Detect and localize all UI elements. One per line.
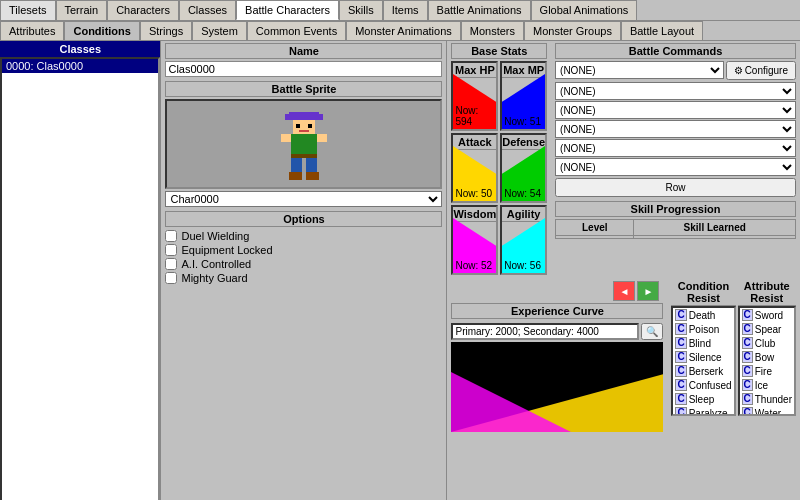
command-select-3[interactable]: (NONE) (555, 101, 796, 119)
resist-c-icon-2[interactable]: C (675, 323, 686, 335)
attr-c-icon-6[interactable]: C (742, 379, 753, 391)
resist-item-poison: C Poison (673, 322, 733, 336)
tab-classes[interactable]: Classes (179, 0, 236, 20)
nav-forward-button[interactable]: ► (637, 281, 659, 301)
gear-icon: ⚙ (734, 65, 743, 76)
attr-c-icon-4[interactable]: C (742, 351, 753, 363)
option-equipment-locked: Equipment Locked (165, 243, 442, 257)
tab-common-events[interactable]: Common Events (247, 21, 346, 40)
char-select[interactable]: Char0000 (165, 191, 442, 207)
tab-conditions[interactable]: Conditions (64, 21, 139, 40)
options-section: Options Duel Wielding Equipment Locked A… (161, 209, 446, 287)
tab-characters[interactable]: Characters (107, 0, 179, 20)
resist-c-icon-3[interactable]: C (675, 337, 686, 349)
command-select-4[interactable]: (NONE) (555, 120, 796, 138)
resist-c-icon-4[interactable]: C (675, 351, 686, 363)
exp-search-button[interactable]: 🔍 (641, 323, 663, 340)
tab-monster-animations[interactable]: Monster Animations (346, 21, 461, 40)
resist-paralyze-label: Paralyze (689, 408, 728, 417)
exp-curve-area: ◄ ► Experience Curve 🔍 (447, 277, 667, 500)
attr-ice-label: Ice (755, 380, 768, 391)
tab-monsters[interactable]: Monsters (461, 21, 524, 40)
attr-resist-item-fire: C Fire (740, 364, 794, 378)
attr-c-icon-7[interactable]: C (742, 393, 753, 405)
tab-system[interactable]: System (192, 21, 247, 40)
right-panel: Base Stats Max HP Now: 594 Max MP Now: 5… (447, 41, 800, 500)
attr-c-icon-1[interactable]: C (742, 309, 753, 321)
tab-items[interactable]: Items (383, 0, 428, 20)
option-mighty-guard: Mighty Guard (165, 271, 442, 285)
resist-c-icon-7[interactable]: C (675, 393, 686, 405)
checkbox-equipment-locked[interactable] (165, 244, 177, 256)
attr-thunder-label: Thunder (755, 394, 792, 405)
resist-c-icon-8[interactable]: C (675, 407, 686, 416)
tab-battle-animations[interactable]: Battle Animations (428, 0, 531, 20)
stat-attack: Attack Now: 50 (451, 133, 498, 203)
svg-rect-8 (281, 134, 291, 142)
attr-bow-label: Bow (755, 352, 774, 363)
tab-global-animations[interactable]: Global Animations (531, 0, 638, 20)
tab-tilesets[interactable]: Tilesets (0, 0, 56, 20)
attr-c-icon-8[interactable]: C (742, 407, 753, 416)
tab-strings[interactable]: Strings (140, 21, 192, 40)
command-select-5[interactable]: (NONE) (555, 139, 796, 157)
svg-rect-3 (285, 114, 291, 120)
class-item[interactable]: 0000: Clas0000 (2, 59, 158, 73)
tab-attributes[interactable]: Attributes (0, 21, 64, 40)
attribute-resist-header: Attribute Resist (738, 279, 796, 306)
stat-maxhp: Max HP Now: 594 (451, 61, 498, 131)
command-select-1[interactable]: (NONE) (555, 61, 724, 79)
stat-wisdom: Wisdom Now: 52 (451, 205, 498, 275)
option-label-mighty-guard: Mighty Guard (181, 272, 247, 284)
stat-maxmp: Max MP Now: 51 (500, 61, 547, 131)
attr-c-icon-3[interactable]: C (742, 337, 753, 349)
exp-input-row: 🔍 (451, 323, 663, 340)
resist-silence-label: Silence (689, 352, 722, 363)
tab-battle-characters[interactable]: Battle Characters (236, 0, 339, 20)
tab-bar-2: Attributes Conditions Strings System Com… (0, 21, 800, 41)
attr-resist-item-water: C Water (740, 406, 794, 416)
command-row-1: (NONE) ⚙ Configure (555, 61, 796, 80)
svg-rect-9 (317, 134, 327, 142)
skill-progression-header: Skill Progression (555, 201, 796, 217)
resist-c-icon[interactable]: C (675, 309, 686, 321)
stats-grid: Max HP Now: 594 Max MP Now: 51 Attack (451, 61, 547, 275)
attr-resist-item-sword: C Sword (740, 308, 794, 322)
resist-c-icon-6[interactable]: C (675, 379, 686, 391)
resist-c-icon-5[interactable]: C (675, 365, 686, 377)
row-button[interactable]: Row (555, 178, 796, 197)
attr-fire-label: Fire (755, 366, 772, 377)
option-label-duel-wielding: Duel Wielding (181, 230, 249, 242)
tab-terrain[interactable]: Terrain (56, 0, 108, 20)
left-panel: Classes 0000: Clas0000 (0, 41, 161, 500)
tab-monster-groups[interactable]: Monster Groups (524, 21, 621, 40)
resist-item-death: C Death (673, 308, 733, 322)
base-stats-area: Base Stats Max HP Now: 594 Max MP Now: 5… (447, 41, 551, 277)
main-content: Classes 0000: Clas0000 Name Battle Sprit… (0, 41, 800, 500)
svg-rect-10 (291, 156, 302, 174)
condition-resist-panel: Condition Resist C Death C Poison C Blin (671, 279, 735, 500)
tab-battle-layout[interactable]: Battle Layout (621, 21, 703, 40)
configure-button[interactable]: ⚙ Configure (726, 61, 796, 80)
command-select-2[interactable]: (NONE) (555, 82, 796, 100)
attr-spear-label: Spear (755, 324, 782, 335)
command-select-6[interactable]: (NONE) (555, 158, 796, 176)
attr-c-icon-2[interactable]: C (742, 323, 753, 335)
checkbox-duel-wielding[interactable] (165, 230, 177, 242)
svg-rect-7 (299, 130, 309, 132)
exp-curve-header: Experience Curve (451, 303, 663, 319)
svg-rect-5 (296, 124, 300, 128)
nav-back-button[interactable]: ◄ (613, 281, 635, 301)
stat-agility-value: Now: 56 (504, 260, 541, 271)
checkbox-ai-controlled[interactable] (165, 258, 177, 270)
stat-maxmp-value: Now: 51 (504, 116, 541, 127)
checkbox-mighty-guard[interactable] (165, 272, 177, 284)
commands-header: Battle Commands (555, 43, 796, 59)
tab-bar-1: Tilesets Terrain Characters Classes Batt… (0, 0, 800, 21)
exp-input[interactable] (451, 323, 639, 340)
name-input[interactable] (165, 61, 442, 77)
middle-panel: Name Battle Sprite (161, 41, 447, 500)
attr-c-icon-5[interactable]: C (742, 365, 753, 377)
svg-rect-0 (291, 134, 317, 156)
tab-skills[interactable]: Skills (339, 0, 383, 20)
